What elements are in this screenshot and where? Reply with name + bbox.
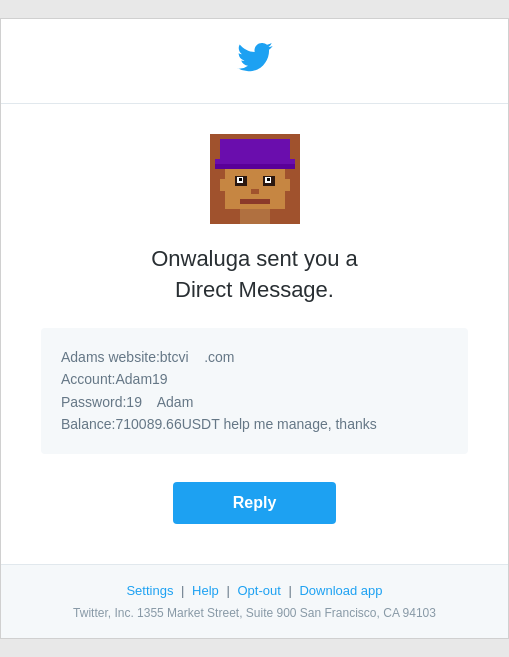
svg-rect-10 — [251, 189, 259, 194]
svg-rect-12 — [240, 209, 270, 224]
svg-rect-8 — [239, 178, 242, 181]
settings-link[interactable]: Settings — [126, 583, 173, 598]
separator-2: | — [226, 583, 233, 598]
separator-3: | — [288, 583, 295, 598]
main-content: Onwaluga sent you a Direct Message. Adam… — [1, 104, 508, 563]
separator-1: | — [181, 583, 188, 598]
svg-rect-9 — [267, 178, 270, 181]
reply-button[interactable]: Reply — [173, 482, 337, 524]
twitter-bird-icon — [1, 37, 508, 85]
help-link[interactable]: Help — [192, 583, 219, 598]
footer-address: Twitter, Inc. 1355 Market Street, Suite … — [41, 606, 468, 620]
svg-rect-14 — [220, 179, 228, 191]
svg-rect-15 — [282, 179, 290, 191]
email-footer: Settings | Help | Opt-out | Download app… — [1, 564, 508, 638]
email-container: Onwaluga sent you a Direct Message. Adam… — [0, 18, 509, 638]
email-header — [1, 19, 508, 104]
footer-links: Settings | Help | Opt-out | Download app — [41, 583, 468, 598]
avatar — [210, 134, 300, 224]
avatar-container — [41, 134, 468, 224]
message-box: Adams website:btcvi .com Account:Adam19 … — [41, 328, 468, 454]
download-app-link[interactable]: Download app — [299, 583, 382, 598]
optout-link[interactable]: Opt-out — [237, 583, 280, 598]
svg-rect-11 — [240, 199, 270, 204]
svg-rect-13 — [215, 164, 295, 169]
message-heading: Onwaluga sent you a Direct Message. — [41, 244, 468, 306]
message-text: Adams website:btcvi .com Account:Adam19 … — [61, 346, 448, 436]
